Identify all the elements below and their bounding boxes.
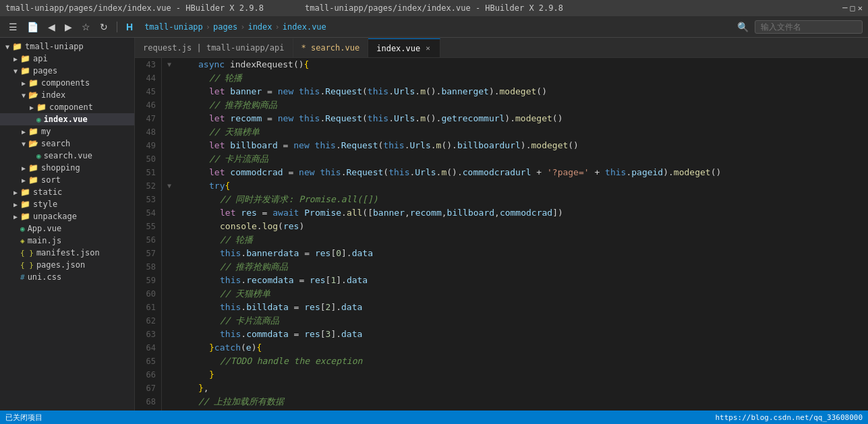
folder-icon: 📁 <box>20 212 30 221</box>
sidebar-item-root[interactable]: ▼ 📁 tmall-uniapp <box>0 40 134 53</box>
folder-icon: 📁 <box>20 66 30 75</box>
chevron-right-icon: ▶ <box>11 189 20 196</box>
sidebar-item-component[interactable]: ▶ 📁 component <box>0 101 134 113</box>
token-prop: Request <box>325 112 362 125</box>
line-number: 59 <box>140 274 156 287</box>
folder-icon: 📁 <box>20 187 30 197</box>
token-plain: , <box>442 206 447 220</box>
token-plain: = <box>278 139 293 152</box>
folder-icon: 📁 <box>20 54 30 63</box>
new-file-btn[interactable]: 📄 <box>24 20 42 34</box>
token-prop: Request <box>325 85 362 98</box>
refresh-btn[interactable]: ↻ <box>96 20 111 34</box>
token-plain: ). <box>663 166 674 179</box>
token-this-kw: this <box>383 139 404 152</box>
token-prop: Urls <box>394 112 415 125</box>
search-file-btn[interactable]: 🔍 <box>734 20 752 34</box>
line-number: 63 <box>140 328 156 341</box>
breadcrumb-item-3[interactable]: index <box>248 22 272 32</box>
sidebar-item-search[interactable]: ▼ 📂 search <box>0 138 134 150</box>
filename-search-input[interactable] <box>755 20 863 34</box>
sidebar-item-main-js[interactable]: ◈ main.js <box>0 235 134 247</box>
token-cmt: // 卡片流商品 <box>209 152 268 166</box>
sidebar-item-pages-json[interactable]: { } pages.json <box>0 259 134 271</box>
token-var: e <box>246 341 252 355</box>
token-var: commodcrad <box>230 166 283 179</box>
sidebar-item-style[interactable]: ▶ 📁 style <box>0 198 134 210</box>
token-method: m <box>420 112 426 125</box>
token-this-kw: this <box>388 166 409 179</box>
sidebar-item-pages[interactable]: ▼ 📁 pages <box>0 65 134 77</box>
token-var: res <box>304 328 320 341</box>
token-plain: . <box>409 166 415 179</box>
status-left: 已关闭项目 <box>5 413 42 423</box>
folder-icon: 📁 <box>28 127 38 136</box>
sidebar-label-style: style <box>33 200 57 209</box>
code-line: // 卡片流商品 <box>167 152 868 166</box>
sidebar-item-index-vue[interactable]: ◉ index.vue <box>0 113 134 125</box>
token-prop: data <box>341 301 362 314</box>
breadcrumb-item-2[interactable]: pages <box>213 22 237 32</box>
line-number: 52 <box>140 179 156 193</box>
token-plain: ]. <box>330 328 341 341</box>
sidebar-toggle-btn[interactable]: ☰ <box>5 20 21 34</box>
fold-icon[interactable]: ▼ <box>167 179 177 193</box>
token-kw: async <box>198 58 225 71</box>
sidebar-item-search-vue[interactable]: ◉ search.vue <box>0 150 134 162</box>
sidebar-item-manifest-json[interactable]: { } manifest.json <box>0 247 134 259</box>
token-plain <box>293 85 299 98</box>
token-plain: indexRequest() <box>225 58 303 71</box>
token-bracket: { <box>304 58 310 71</box>
back-btn[interactable]: ◀ <box>45 20 59 34</box>
token-plain: = <box>283 166 299 179</box>
token-prop: billdata <box>246 301 289 314</box>
forward-btn[interactable]: ▶ <box>61 20 76 34</box>
fold-icon[interactable]: ▼ <box>167 58 177 71</box>
sidebar-item-static[interactable]: ▶ 📁 static <box>0 186 134 198</box>
tab-close-btn[interactable]: ✕ <box>424 44 432 53</box>
sidebar-item-uni-css[interactable]: # uni.css <box>0 271 134 283</box>
token-bracket: } <box>209 368 214 382</box>
line-number: 56 <box>140 233 156 247</box>
token-this-kw: this <box>320 166 341 179</box>
line-number: 61 <box>140 301 156 314</box>
sidebar-item-api[interactable]: ▶ 📁 api <box>0 53 134 65</box>
tab-search-vue[interactable]: * search.vue <box>293 38 369 57</box>
code-line: // 轮播 <box>167 71 868 85</box>
title-bar: tmall-uniapp/pages/index/index.vue - HBu… <box>0 0 868 16</box>
sidebar-item-unpackage[interactable]: ▶ 📁 unpackage <box>0 210 134 222</box>
token-plain: (). <box>446 166 462 179</box>
token-cmt: // 推荐抢购商品 <box>209 98 277 112</box>
sidebar-item-app-vue[interactable]: ◉ App.vue <box>0 222 134 235</box>
breadcrumb-item-4[interactable]: index.vue <box>283 22 326 32</box>
folder-icon: 📁 <box>36 102 47 112</box>
code-line: // 上拉加载所有数据 <box>167 395 868 408</box>
sidebar-label-shopping: shopping <box>41 163 80 173</box>
tab-index-vue[interactable]: index.vue ✕ <box>368 38 440 57</box>
token-plain: ( <box>378 139 384 152</box>
hbuilder-icon[interactable]: H <box>123 20 136 34</box>
tab-request-js[interactable]: request.js | tmall-uniapp/api <box>135 38 293 57</box>
token-cmt: // 卡片流商品 <box>220 314 279 328</box>
token-var: res <box>310 274 325 287</box>
token-kw2: let <box>209 85 225 98</box>
token-var: res <box>315 247 330 260</box>
token-var: res <box>304 301 320 314</box>
token-new-kw: new <box>299 166 314 179</box>
sidebar-label-app-vue: App.vue <box>28 224 62 233</box>
breadcrumb-item-1[interactable]: tmall-uniapp <box>144 22 203 32</box>
sidebar-item-components[interactable]: ▶ 📁 components <box>0 77 134 89</box>
token-plain: () <box>711 166 722 179</box>
sidebar-item-index-folder[interactable]: ▼ 📂 index <box>0 89 134 101</box>
code-editor[interactable]: 4344454647484950515253545556575859606162… <box>135 58 868 411</box>
sidebar-item-shopping[interactable]: ▶ 📁 shopping <box>0 162 134 174</box>
bookmark-btn[interactable]: ☆ <box>78 20 94 34</box>
token-var: billboard <box>447 206 494 220</box>
token-plain: [ <box>320 301 326 314</box>
token-prop: bannerdata <box>246 247 299 260</box>
token-var: recomm <box>410 206 442 220</box>
folder-icon: 📁 <box>20 200 30 209</box>
sidebar-item-sort[interactable]: ▶ 📁 sort <box>0 174 134 186</box>
token-cmt: // 天猫榜单 <box>209 125 260 139</box>
sidebar-item-my[interactable]: ▶ 📁 my <box>0 125 134 138</box>
